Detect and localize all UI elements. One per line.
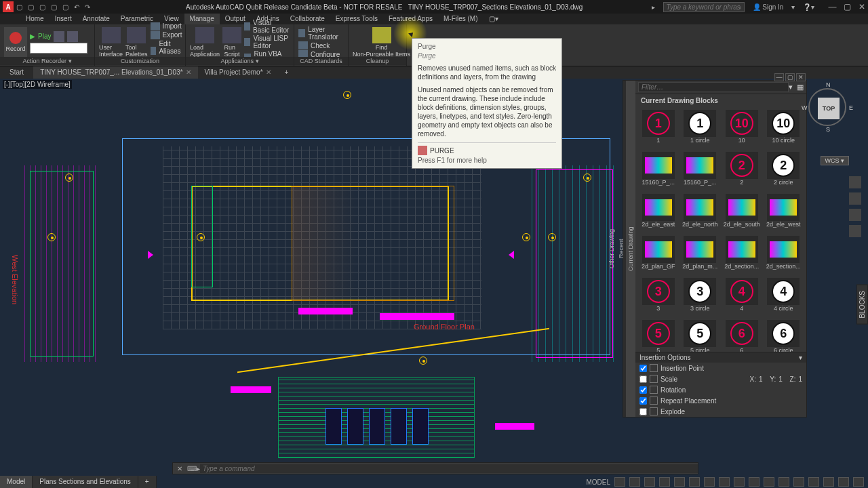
layout-tab-1[interactable]: Plans Sections and Elevations [33,476,138,488]
block-item[interactable]: 55 circle [680,320,721,352]
palette-close-icon[interactable]: ✕ [796,73,806,81]
run-script-button[interactable]: Run Script [222,27,241,58]
nav-zoom-icon[interactable] [849,209,861,221]
side-tab-current[interactable]: Current Drawing [626,81,635,417]
status-cycling-icon[interactable] [734,477,745,487]
app-store-icon[interactable]: ▾ [791,3,795,11]
status-custom-icon[interactable] [853,477,864,487]
info-icon[interactable]: ▸ [652,3,655,11]
doc-tab-2[interactable]: Villa Project Demo*✕ [198,66,278,79]
opt-rotation-check[interactable] [639,386,647,394]
viewcube-top-face[interactable]: TOP [818,98,840,119]
block-item[interactable]: 2d_plan_GF [638,236,679,277]
block-item[interactable]: 2d_section... [764,236,804,277]
tab-home[interactable]: Home [20,14,50,24]
palette-max-icon[interactable]: ▢ [785,73,795,81]
command-input[interactable] [200,464,698,473]
tab-featured[interactable]: Featured Apps [383,14,438,24]
cmd-close-icon[interactable]: ✕ [173,465,186,472]
opt-repeat-check[interactable] [639,397,647,405]
tab-extra-icon[interactable]: ▢▾ [484,14,504,24]
block-item[interactable]: 1010 circle [764,110,804,150]
close-icon[interactable]: ✕ [186,66,191,79]
play-opt1-icon[interactable] [54,31,64,42]
nav-orbit-icon[interactable] [849,225,861,237]
import-button[interactable]: Import [151,22,184,30]
app-logo[interactable]: A [3,1,14,12]
block-item[interactable]: 2d_ele_west [764,194,804,235]
export-button[interactable]: Export [151,31,184,39]
filter-dropdown-icon[interactable]: ▾ [789,83,793,92]
status-model-label[interactable]: MODEL [586,479,610,486]
check-button[interactable]: Check [298,41,344,49]
side-tab-recent[interactable]: Recent [616,81,626,417]
status-snap-icon[interactable] [629,477,640,487]
block-item[interactable]: 2d_ele_north [680,194,721,235]
new-tab-button[interactable]: + [278,66,296,79]
status-grid-icon[interactable] [614,477,625,487]
panel-title-ar[interactable]: Action Recorder ▾ [0,57,94,65]
status-monitor-icon[interactable] [778,477,789,487]
viewcube[interactable]: TOP N S E W [807,88,848,142]
qat-plot-icon[interactable]: ▢ [62,3,68,11]
add-layout-button[interactable]: + [138,476,157,488]
opt-scale-check[interactable] [639,375,647,383]
model-tab[interactable]: Model [0,476,33,488]
close-icon[interactable]: ✕ [266,66,271,79]
block-item[interactable]: 2d_section... [722,236,762,277]
status-lwt-icon[interactable] [704,477,715,487]
block-item[interactable]: 15160_P_... [638,152,679,192]
block-item[interactable]: 44 [722,278,762,319]
block-item[interactable]: 44 circle [764,278,804,319]
qat-undo-icon[interactable]: ↶ [74,3,79,11]
block-item[interactable]: 2d_ele_east [638,194,679,235]
tab-insert[interactable]: Insert [50,14,77,24]
load-application-button[interactable]: Load Application [190,27,220,58]
record-button[interactable]: Record [4,27,27,57]
qat-save-icon[interactable]: ▢ [39,3,45,11]
minimize-icon[interactable]: — [828,2,836,12]
compass-e[interactable]: E [849,104,853,111]
compass-w[interactable]: W [802,104,808,111]
status-clean-icon[interactable] [838,477,849,487]
tab-collaborate[interactable]: Collaborate [285,14,330,24]
start-tab[interactable]: Start [0,66,33,79]
side-tab-other[interactable]: Other Drawing [607,81,616,417]
play-button[interactable]: ▶ Play [30,31,87,42]
status-hardware-icon[interactable] [823,477,834,487]
tab-mfiles[interactable]: M-Files (M) [438,14,484,24]
block-item[interactable]: 33 circle [680,278,721,319]
block-item[interactable]: 55 [638,320,679,352]
vle-button[interactable]: Visual LISP Editor [244,35,290,49]
tab-manage[interactable]: Manage [184,14,220,24]
user-interface-button[interactable]: User Interface [99,27,123,58]
status-workspace-icon[interactable] [764,477,774,487]
qat-redo-icon[interactable]: ↷ [85,3,90,11]
qat-saveas-icon[interactable]: ▢ [51,3,57,11]
wcs-dropdown[interactable]: WCS ▾ [821,156,850,165]
command-line[interactable]: ✕ ⌨▸ [172,462,698,474]
nav-wheel-icon[interactable] [849,176,861,188]
status-transparency-icon[interactable] [719,477,730,487]
status-otrack-icon[interactable] [689,477,700,487]
block-item[interactable]: 11 circle [680,110,721,150]
nav-pan-icon[interactable] [849,192,861,205]
block-item[interactable]: 66 [722,320,762,352]
status-ortho-icon[interactable] [644,477,655,487]
opt-explode-check[interactable] [639,408,647,415]
opt-insertion-point-check[interactable] [639,365,647,372]
status-isolate-icon[interactable] [808,477,819,487]
find-nonpurge-button[interactable]: Find Non-Purgeable Items [353,27,410,58]
qat-new-icon[interactable]: ▢ [16,3,22,11]
layer-translator-button[interactable]: Layer Translator [298,26,344,41]
tab-express[interactable]: Express Tools [330,14,383,24]
search-input[interactable] [663,2,745,12]
qat-open-icon[interactable]: ▢ [28,3,34,11]
block-item[interactable]: 33 [638,278,679,319]
block-item[interactable]: 2d_ele_south [722,194,762,235]
palette-filter-input[interactable] [638,82,789,92]
view-mode-icon[interactable]: ▦ [797,83,804,92]
help-icon[interactable]: ❔▾ [803,3,814,11]
doc-tab-1[interactable]: TINY HOUSE_TRP007_... Elevations_01_D03*… [33,66,197,79]
block-item[interactable]: 15160_P_... [680,152,721,192]
